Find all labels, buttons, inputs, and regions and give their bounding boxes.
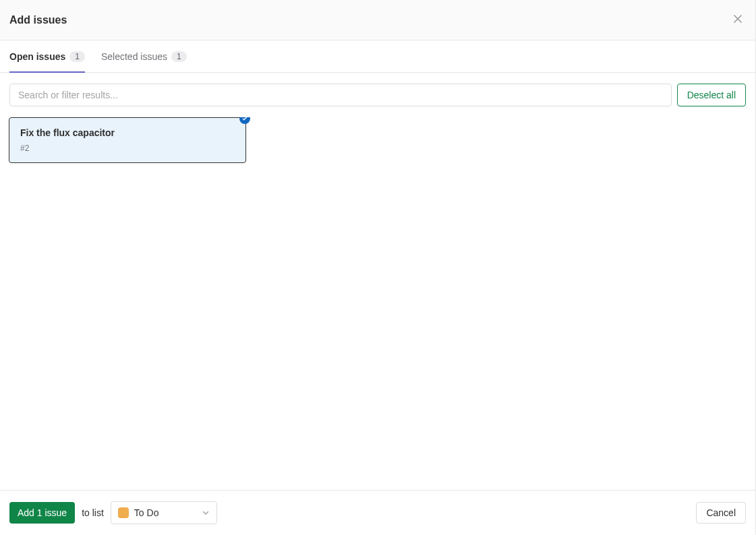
issues-list[interactable]: Fix the flux capacitor #2	[0, 117, 755, 490]
to-list-label: to list	[82, 507, 104, 518]
issue-title: Fix the flux capacitor	[20, 127, 235, 138]
tabs: Open issues 1 Selected issues 1	[0, 40, 755, 73]
list-color-chip	[118, 507, 129, 518]
search-input[interactable]	[9, 84, 672, 106]
modal-header: Add issues	[0, 0, 755, 40]
add-issues-modal: Add issues Open issues 1 Selected issues…	[0, 0, 756, 535]
list-select-label: To Do	[134, 507, 196, 518]
tab-count-badge: 1	[69, 51, 85, 62]
tab-label: Open issues	[9, 51, 65, 62]
modal-title: Add issues	[9, 14, 67, 26]
close-button[interactable]	[730, 11, 746, 29]
modal-footer: Add 1 issue to list To Do Cancel	[0, 490, 755, 535]
issue-card[interactable]: Fix the flux capacitor #2	[9, 117, 246, 163]
issue-reference: #2	[20, 144, 235, 153]
tab-count-badge: 1	[171, 51, 187, 62]
tab-selected-issues[interactable]: Selected issues 1	[101, 40, 187, 73]
cancel-button[interactable]: Cancel	[696, 502, 746, 524]
deselect-all-button[interactable]: Deselect all	[677, 84, 746, 106]
selected-check-icon	[239, 117, 250, 124]
target-list-select[interactable]: To Do	[111, 501, 217, 524]
tab-label: Selected issues	[101, 51, 167, 62]
close-icon	[732, 13, 743, 26]
chevron-down-icon	[202, 509, 210, 517]
search-row: Deselect all	[0, 73, 755, 117]
add-issue-button[interactable]: Add 1 issue	[9, 502, 75, 524]
tab-open-issues[interactable]: Open issues 1	[9, 40, 85, 73]
